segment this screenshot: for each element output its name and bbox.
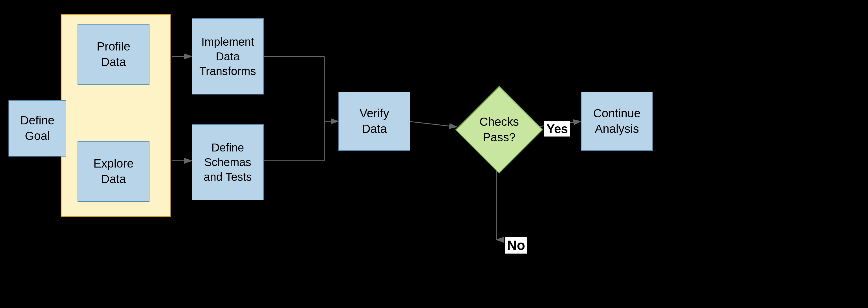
define-goal-box: Define Goal bbox=[8, 100, 66, 157]
define-schemas-box: DefineSchemasand Tests bbox=[192, 124, 264, 200]
explore-data-label: ExploreData bbox=[93, 156, 133, 187]
define-schemas-label: DefineSchemasand Tests bbox=[204, 140, 252, 184]
checks-pass-diamond: ChecksPass? bbox=[457, 87, 541, 172]
continue-analysis-label: ContinueAnalysis bbox=[593, 106, 641, 136]
yes-label: Yes bbox=[544, 121, 570, 136]
define-goal-label: Define Goal bbox=[9, 113, 66, 144]
svg-line-14 bbox=[407, 121, 457, 127]
checks-pass-label: ChecksPass? bbox=[479, 114, 519, 145]
profile-data-box: ProfileData bbox=[78, 24, 150, 85]
implement-transforms-label: ImplementDataTransforms bbox=[199, 34, 256, 79]
implement-transforms-box: ImplementDataTransforms bbox=[192, 18, 264, 94]
verify-data-box: VerifyData bbox=[338, 92, 410, 151]
diagram-container: Define Goal ProfileData ExploreData Impl… bbox=[0, 0, 868, 308]
continue-analysis-box: ContinueAnalysis bbox=[581, 92, 653, 151]
verify-data-label: VerifyData bbox=[360, 106, 389, 136]
profile-data-label: ProfileData bbox=[97, 39, 130, 70]
no-label: No bbox=[505, 237, 527, 253]
explore-data-box: ExploreData bbox=[78, 141, 150, 202]
